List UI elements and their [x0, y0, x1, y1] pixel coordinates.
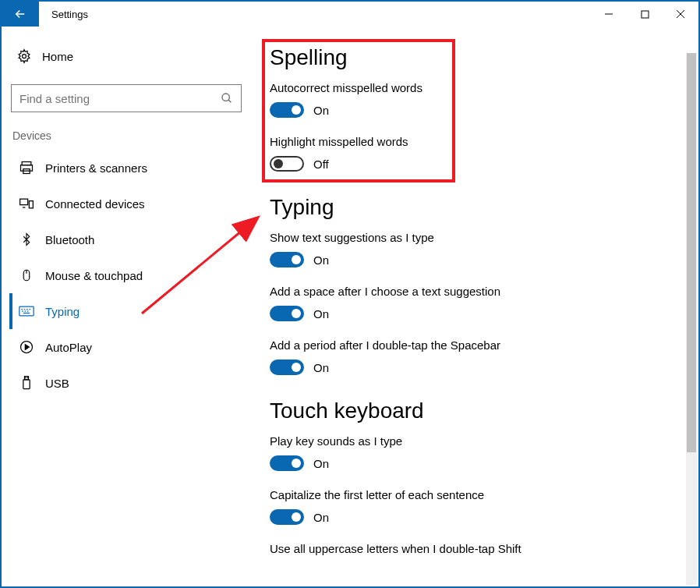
- toggle-switch[interactable]: [270, 252, 304, 267]
- section-typing: Typing Show text suggestions as I type O…: [270, 195, 680, 375]
- toggle-key-sounds: On: [270, 455, 680, 471]
- sidebar-item-bluetooth[interactable]: Bluetooth: [9, 221, 243, 257]
- sidebar-item-label: USB: [45, 377, 69, 390]
- search-icon: [221, 92, 233, 104]
- content-area: Home Devices Printers & scanners Connect…: [2, 27, 698, 586]
- sidebar-item-connected-devices[interactable]: Connected devices: [9, 186, 243, 221]
- toggle-state: On: [313, 361, 329, 374]
- sidebar: Home Devices Printers & scanners Connect…: [2, 27, 251, 586]
- toggle-switch[interactable]: [270, 156, 304, 172]
- sidebar-item-mouse[interactable]: Mouse & touchpad: [9, 257, 243, 293]
- maximize-icon: [641, 10, 649, 19]
- autoplay-icon: [17, 339, 36, 355]
- mouse-icon: [17, 267, 36, 283]
- toggle-capitalize: On: [270, 509, 680, 525]
- bluetooth-icon: [17, 232, 36, 246]
- usb-icon: [17, 375, 36, 391]
- printer-icon: [17, 160, 36, 175]
- setting-label: Autocorrect misspelled words: [270, 81, 680, 94]
- svg-rect-15: [19, 306, 34, 316]
- minimize-button[interactable]: [591, 2, 627, 27]
- category-header: Devices: [12, 129, 243, 142]
- sidebar-item-label: Typing: [45, 305, 80, 318]
- section-title: Spelling: [270, 45, 680, 70]
- scroll-thumb[interactable]: [687, 53, 696, 452]
- close-button[interactable]: [663, 2, 698, 27]
- window-title: Settings: [51, 9, 88, 20]
- setting-label: Add a space after I choose a text sugges…: [270, 285, 680, 298]
- back-button[interactable]: [2, 2, 39, 27]
- sidebar-item-typing[interactable]: Typing: [9, 293, 243, 329]
- sidebar-item-label: AutoPlay: [45, 341, 92, 354]
- svg-rect-10: [20, 199, 28, 204]
- svg-marker-25: [25, 345, 29, 350]
- toggle-highlight: Off: [270, 156, 680, 172]
- setting-label: Highlight misspelled words: [270, 135, 680, 148]
- sidebar-item-label: Bluetooth: [45, 233, 94, 246]
- main-panel: Spelling Autocorrect misspelled words On…: [251, 27, 698, 586]
- search-box[interactable]: [11, 84, 242, 112]
- svg-rect-1: [642, 11, 649, 18]
- minimize-icon: [604, 9, 613, 19]
- toggle-state: Off: [313, 158, 329, 171]
- keyboard-icon: [17, 305, 36, 317]
- gear-icon: [14, 48, 34, 64]
- maximize-button[interactable]: [627, 2, 663, 27]
- toggle-add-space: On: [270, 306, 680, 321]
- setting-label: Use all uppercase letters when I double-…: [270, 542, 680, 555]
- svg-point-5: [222, 94, 229, 101]
- sidebar-home[interactable]: Home: [9, 42, 243, 70]
- toggle-switch[interactable]: [270, 455, 304, 471]
- home-label: Home: [42, 50, 73, 63]
- titlebar: Settings: [2, 2, 698, 27]
- svg-line-6: [228, 100, 231, 102]
- setting-label: Add a period after I double-tap the Spac…: [270, 338, 680, 352]
- section-title: Typing: [270, 195, 680, 220]
- section-touch-keyboard: Touch keyboard Play key sounds as I type…: [270, 398, 680, 555]
- scrollbar[interactable]: [686, 53, 697, 585]
- setting-label: Capitalize the first letter of each sent…: [270, 488, 680, 501]
- svg-point-4: [23, 55, 27, 58]
- toggle-state: On: [313, 253, 329, 267]
- sidebar-item-label: Mouse & touchpad: [45, 269, 143, 282]
- sidebar-item-label: Printers & scanners: [45, 161, 147, 175]
- sidebar-item-autoplay[interactable]: AutoPlay: [9, 329, 243, 365]
- sidebar-item-usb[interactable]: USB: [9, 365, 243, 401]
- section-spelling: Spelling Autocorrect misspelled words On…: [270, 45, 680, 172]
- section-title: Touch keyboard: [270, 398, 680, 423]
- close-icon: [676, 9, 685, 19]
- toggle-state: On: [313, 307, 329, 321]
- toggle-state: On: [313, 457, 329, 470]
- toggle-switch[interactable]: [270, 360, 304, 375]
- toggle-state: On: [313, 104, 329, 117]
- connected-devices-icon: [17, 196, 36, 211]
- svg-rect-27: [23, 380, 30, 389]
- toggle-switch[interactable]: [270, 102, 304, 118]
- setting-label: Show text suggestions as I type: [270, 231, 680, 244]
- svg-rect-11: [29, 201, 33, 208]
- back-arrow-icon: [13, 7, 27, 21]
- window-controls: [591, 2, 698, 27]
- toggle-add-period: On: [270, 360, 680, 375]
- toggle-state: On: [313, 511, 329, 524]
- toggle-switch[interactable]: [270, 306, 304, 321]
- setting-label: Play key sounds as I type: [270, 434, 680, 448]
- search-input[interactable]: [19, 92, 221, 105]
- svg-rect-8: [21, 165, 33, 172]
- sidebar-item-label: Connected devices: [45, 197, 145, 211]
- sidebar-item-printers[interactable]: Printers & scanners: [9, 150, 243, 186]
- toggle-switch[interactable]: [270, 509, 304, 525]
- toggle-text-suggestions: On: [270, 252, 680, 267]
- toggle-autocorrect: On: [270, 102, 680, 118]
